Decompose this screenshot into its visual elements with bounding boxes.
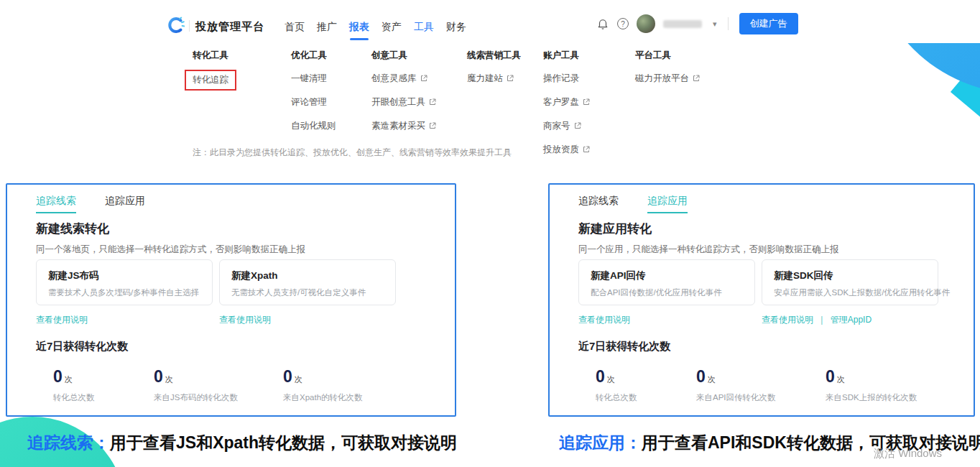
bell-icon[interactable] xyxy=(596,17,609,30)
tab-track-apps[interactable]: 追踪应用 xyxy=(647,195,688,206)
card-title: 新建SDK回传 xyxy=(774,269,926,282)
tab-track-leads[interactable]: 追踪线索 xyxy=(36,195,76,206)
nav-item-promotion[interactable]: 推广 xyxy=(317,21,337,34)
stat-value: 0 xyxy=(53,367,63,386)
menu-item-customer-compass[interactable]: 客户罗盘 xyxy=(543,96,590,108)
annotation-term: 追踪线索： xyxy=(27,433,110,452)
menu-item-creative-inspiration[interactable]: 创意灵感库 xyxy=(371,73,436,85)
stat-sdk-conversions: 0次 来自SDK上报的转化次数 xyxy=(826,367,969,403)
stat-total-conversions: 0次 转化总次数 xyxy=(596,367,696,403)
menu-column-title: 创意工具 xyxy=(371,50,436,62)
external-link-icon xyxy=(583,98,590,108)
view-usage-link[interactable]: 查看使用说明 xyxy=(36,314,88,326)
menu-column-title: 优化工具 xyxy=(291,50,336,62)
nav-divider xyxy=(728,17,729,30)
menu-column-optimization-tools: 优化工具 一键清理 评论管理 自动化规则 xyxy=(291,50,336,144)
external-link-icon xyxy=(583,145,590,155)
card-desc: 无需技术人员支持/可视化自定义事件 xyxy=(231,287,384,298)
external-link-icon xyxy=(507,74,514,84)
view-usage-link[interactable]: 查看使用说明 xyxy=(578,314,630,326)
menu-column-title: 账户工具 xyxy=(543,50,590,62)
panel-heading: 新建应用转化 xyxy=(578,221,652,237)
tab-track-leads[interactable]: 追踪线索 xyxy=(578,195,619,206)
stat-label: 来自SDK上报的转化次数 xyxy=(826,392,969,403)
chevron-down-icon[interactable]: ▾ xyxy=(713,19,717,29)
stat-label: 转化总次数 xyxy=(53,392,154,403)
panel-heading: 新建线索转化 xyxy=(36,221,109,237)
menu-column-title: 线索营销工具 xyxy=(467,50,521,62)
card-new-xpath[interactable]: 新建Xpath 无需技术人员支持/可视化自定义事件 xyxy=(219,259,396,305)
menu-item-magic-site[interactable]: 魔力建站 xyxy=(467,73,521,85)
nav-item-tools[interactable]: 工具 xyxy=(414,21,434,34)
stat-unit: 次 xyxy=(165,375,173,384)
stat-value: 0 xyxy=(696,367,706,386)
nav-item-reports[interactable]: 报表 xyxy=(349,21,369,34)
menu-column-title: 平台工具 xyxy=(635,50,700,62)
menu-item-automation-rules[interactable]: 自动化规则 xyxy=(291,120,336,132)
menu-item-ad-qualification[interactable]: 投放资质 xyxy=(543,144,590,156)
external-link-icon xyxy=(429,121,436,131)
stat-value: 0 xyxy=(154,367,163,386)
brand-divider xyxy=(189,20,190,32)
stat-label: 转化总次数 xyxy=(596,392,696,403)
card-new-js-tracking[interactable]: 新建JS布码 需要技术人员多次埋码/多种事件自主选择 xyxy=(36,259,213,305)
nav-item-assets[interactable]: 资产 xyxy=(382,21,402,34)
menu-item-conversion-tracking[interactable]: 转化追踪 xyxy=(185,70,236,91)
stat-total-conversions: 0次 转化总次数 xyxy=(53,367,154,403)
stat-api-conversions: 0次 来自API回传转化次数 xyxy=(696,367,826,403)
menu-item-comment-management[interactable]: 评论管理 xyxy=(291,96,336,108)
menu-column-title: 转化工具 xyxy=(193,50,236,62)
menu-column-conversion-tools: 转化工具 转化追踪 xyxy=(193,50,236,98)
menu-column-lead-marketing-tools: 线索营销工具 魔力建站 xyxy=(467,50,521,96)
link-separator: ｜ xyxy=(818,314,826,326)
stat-value: 0 xyxy=(596,367,605,386)
menu-item-merchant-account[interactable]: 商家号 xyxy=(543,120,590,132)
menu-item-label: 创意灵感库 xyxy=(371,73,417,85)
manage-appid-link[interactable]: 管理AppID xyxy=(831,314,872,326)
external-link-icon xyxy=(574,121,581,131)
stats-heading: 近7日获得转化次数 xyxy=(36,340,128,353)
app-title: 投放管理平台 xyxy=(195,20,264,34)
menu-item-operation-log[interactable]: 操作记录 xyxy=(543,73,590,85)
app-cards: 新建API回传 配合API回传数据/优化应用转化事件 查看使用说明 新建SDK回… xyxy=(578,259,938,326)
stat-unit: 次 xyxy=(65,375,73,384)
external-link-icon xyxy=(693,74,700,84)
menu-item-label: 开眼创意工具 xyxy=(371,96,425,108)
avatar[interactable] xyxy=(637,14,655,33)
stat-xpath-conversions: 0次 来自Xpath的转化次数 xyxy=(283,367,427,403)
app-panel-tabs: 追踪线索 追踪应用 xyxy=(578,195,688,206)
card-new-api-postback[interactable]: 新建API回传 配合API回传数据/优化应用转化事件 xyxy=(578,259,755,305)
stat-label: 来自Xpath的转化次数 xyxy=(283,392,427,403)
menu-item-label: 磁力开放平台 xyxy=(635,73,689,85)
stat-js-conversions: 0次 来自JS布码的转化次数 xyxy=(154,367,283,403)
stat-value: 0 xyxy=(826,367,835,386)
user-name-blurred xyxy=(663,20,702,28)
card-desc: 配合API回传数据/优化应用转化事件 xyxy=(591,287,743,298)
nav-item-finance[interactable]: 财务 xyxy=(446,21,466,34)
tab-track-apps[interactable]: 追踪应用 xyxy=(105,195,145,206)
menu-column-creative-tools: 创意工具 创意灵感库 开眼创意工具 素造素材采买 xyxy=(371,50,436,144)
menu-item-one-click-clean[interactable]: 一键清理 xyxy=(291,73,336,85)
menu-item-kaiyan-creative[interactable]: 开眼创意工具 xyxy=(371,96,436,108)
menu-item-magnetic-open-platform[interactable]: 磁力开放平台 xyxy=(635,73,700,85)
lead-tracking-panel: 追踪线索 追踪应用 新建线索转化 同一个落地页，只能选择一种转化追踪方式，否则影… xyxy=(6,183,456,417)
menu-item-label: 素造素材采买 xyxy=(371,120,425,132)
create-ad-button[interactable]: 创建广告 xyxy=(739,13,798,34)
nav-right-cluster: ? ▾ 创建广告 xyxy=(596,13,798,34)
card-new-sdk-postback[interactable]: 新建SDK回传 安卓应用需嵌入SDK上报数据/优化应用转化事件 xyxy=(762,259,938,305)
panel-subtitle: 同一个落地页，只能选择一种转化追踪方式，否则影响数据正确上报 xyxy=(36,244,305,256)
card-title: 新建JS布码 xyxy=(48,269,200,282)
external-link-icon xyxy=(420,74,427,84)
lead-panel-tabs: 追踪线索 追踪应用 xyxy=(36,195,145,206)
card-title: 新建Xpath xyxy=(231,269,384,282)
activate-windows-watermark: 激活 Windows xyxy=(874,447,942,461)
menu-item-suzao-material[interactable]: 素造素材采买 xyxy=(371,120,436,132)
view-usage-link[interactable]: 查看使用说明 xyxy=(219,314,271,326)
menu-item-label: 评论管理 xyxy=(291,96,327,108)
help-icon[interactable]: ? xyxy=(617,18,629,29)
view-usage-link[interactable]: 查看使用说明 xyxy=(762,314,813,326)
annotation-desc: 用于查看JS和Xpath转化数据，可获取对接说明 xyxy=(110,433,457,452)
nav-item-home[interactable]: 首页 xyxy=(285,21,305,34)
lead-cards: 新建JS布码 需要技术人员多次埋码/多种事件自主选择 查看使用说明 新建Xpat… xyxy=(36,259,396,326)
stat-label: 来自JS布码的转化次数 xyxy=(154,392,283,403)
